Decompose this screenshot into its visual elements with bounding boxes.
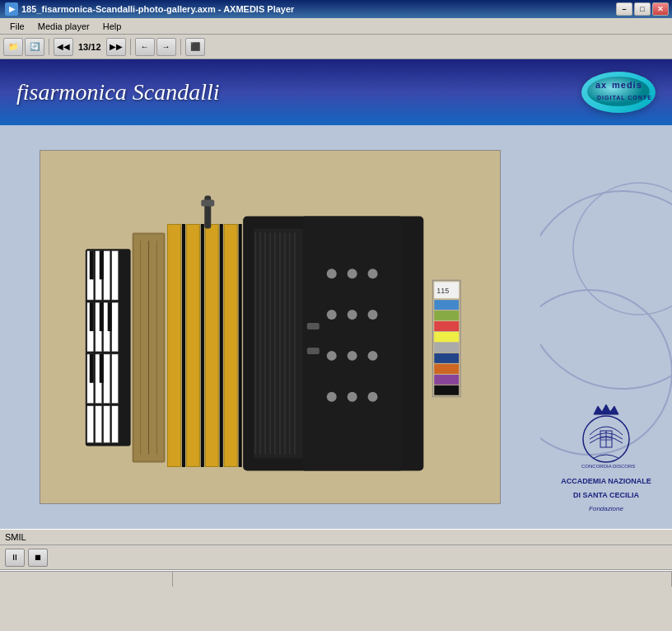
window-title: 185_fisarmonica-Scandalli-photo-gallery.…	[21, 4, 294, 14]
svg-rect-26	[108, 302, 112, 331]
svg-rect-39	[220, 224, 222, 466]
toolbar-counter: 13/12	[75, 42, 105, 52]
menu-help[interactable]: Help	[96, 20, 128, 33]
svg-text:DIGITAL CONTENT: DIGITAL CONTENT	[597, 95, 651, 100]
accordion-container: 115	[40, 151, 500, 503]
svg-rect-67	[307, 348, 320, 354]
smil-bar: SMIL	[0, 529, 672, 545]
svg-rect-53	[303, 216, 402, 470]
svg-point-63	[368, 310, 378, 320]
svg-rect-66	[307, 323, 320, 330]
svg-point-56	[327, 351, 337, 361]
accordion-image: 115	[40, 150, 501, 504]
svg-rect-73	[434, 332, 459, 342]
toolbar-separator-1	[49, 39, 49, 55]
svg-point-83	[540, 290, 672, 455]
svg-point-57	[327, 392, 337, 402]
accademia-sub2: Fondazione	[589, 505, 623, 512]
close-button[interactable]: ✕	[652, 2, 669, 16]
menu-media-player[interactable]: Media player	[31, 20, 96, 33]
bg-decoration	[540, 125, 672, 504]
svg-rect-38	[205, 224, 218, 466]
svg-text:115: 115	[436, 287, 449, 295]
svg-rect-24	[90, 302, 94, 331]
svg-rect-81	[201, 200, 214, 207]
svg-point-65	[368, 392, 378, 402]
svg-rect-28	[100, 354, 104, 383]
svg-rect-37	[201, 224, 203, 466]
svg-point-55	[327, 310, 337, 320]
svg-rect-76	[434, 364, 459, 374]
svg-point-84	[573, 183, 672, 315]
svg-rect-77	[434, 375, 459, 385]
toolbar-open-button[interactable]: 📁	[3, 38, 23, 56]
menu-bar: File Media player Help	[0, 18, 672, 35]
svg-rect-43	[254, 228, 303, 458]
toolbar: 📁 🔄 ◀◀ 13/12 ▶▶ ← → ⬛	[0, 35, 672, 59]
minimize-button[interactable]: –	[616, 2, 632, 16]
stop-button[interactable]: ⏹	[28, 549, 48, 567]
title-bar-controls: – □ ✕	[616, 2, 669, 16]
svg-rect-36	[186, 224, 199, 466]
svg-point-64	[368, 351, 378, 361]
svg-rect-22	[90, 250, 94, 279]
svg-rect-40	[224, 224, 237, 466]
svg-rect-19	[112, 302, 119, 352]
title-bar-text: ▶ 185_fisarmonica-Scandalli-photo-galler…	[5, 2, 294, 16]
svg-rect-27	[90, 354, 94, 383]
banner-title: fisarmonica Scandalli	[16, 79, 220, 105]
toolbar-forward-button[interactable]: →	[156, 38, 176, 56]
toolbar-separator-3	[180, 39, 181, 55]
svg-rect-25	[100, 302, 104, 331]
svg-point-54	[327, 269, 337, 278]
axmedis-logo-text: ax medis DIGITAL CONTENT	[586, 75, 651, 110]
svg-rect-35	[182, 224, 184, 466]
svg-rect-9	[87, 406, 94, 443]
toolbar-back-button[interactable]: ←	[135, 38, 155, 56]
svg-point-59	[348, 310, 357, 320]
controls-bar: ⏸ ⏹	[0, 545, 672, 570]
svg-rect-78	[434, 386, 459, 395]
svg-rect-72	[434, 321, 459, 331]
svg-point-62	[368, 269, 378, 278]
svg-point-82	[540, 191, 672, 389]
svg-rect-17	[104, 406, 110, 443]
content-wrapper: 115	[0, 125, 672, 529]
svg-point-61	[348, 392, 357, 402]
svg-rect-16	[104, 354, 110, 404]
svg-rect-74	[434, 343, 459, 353]
pause-button[interactable]: ⏸	[5, 549, 25, 567]
svg-rect-14	[104, 250, 110, 300]
svg-rect-21	[112, 406, 119, 443]
svg-point-58	[348, 269, 357, 278]
right-sidebar: CONCORDIA DISCORS ACCADEMIA NAZIONALE DI…	[540, 125, 672, 529]
svg-rect-41	[239, 224, 241, 466]
accordion-svg: 115	[40, 150, 500, 504]
svg-rect-20	[112, 354, 119, 404]
image-area: 115	[0, 125, 540, 529]
svg-rect-71	[434, 311, 459, 320]
svg-rect-70	[434, 300, 459, 310]
toolbar-stop-button[interactable]: ⬛	[185, 38, 205, 56]
status-pane-left	[0, 571, 173, 587]
svg-rect-18	[112, 250, 119, 300]
toolbar-separator-2	[130, 39, 131, 55]
status-bar	[0, 570, 672, 587]
status-pane-right	[173, 571, 672, 587]
svg-rect-13	[96, 406, 102, 443]
title-bar: ▶ 185_fisarmonica-Scandalli-photo-galler…	[0, 0, 672, 18]
svg-text:ax: ax	[595, 80, 607, 90]
toolbar-next-button[interactable]: ▶▶	[106, 38, 126, 56]
maximize-button[interactable]: □	[634, 2, 651, 16]
axmedis-logo: ax medis DIGITAL CONTENT	[581, 72, 656, 113]
toolbar-prev-button[interactable]: ◀◀	[54, 38, 73, 56]
svg-text:medis: medis	[612, 80, 642, 90]
toolbar-refresh-button[interactable]: 🔄	[25, 38, 44, 56]
svg-point-60	[348, 351, 357, 361]
svg-rect-34	[167, 224, 180, 466]
header-banner: fisarmonica Scandalli ax medis DIGITAL C…	[0, 59, 672, 125]
menu-file[interactable]: File	[3, 20, 31, 33]
app-icon: ▶	[5, 2, 18, 16]
svg-rect-23	[100, 250, 104, 279]
main-content-area: fisarmonica Scandalli ax medis DIGITAL C…	[0, 59, 672, 529]
